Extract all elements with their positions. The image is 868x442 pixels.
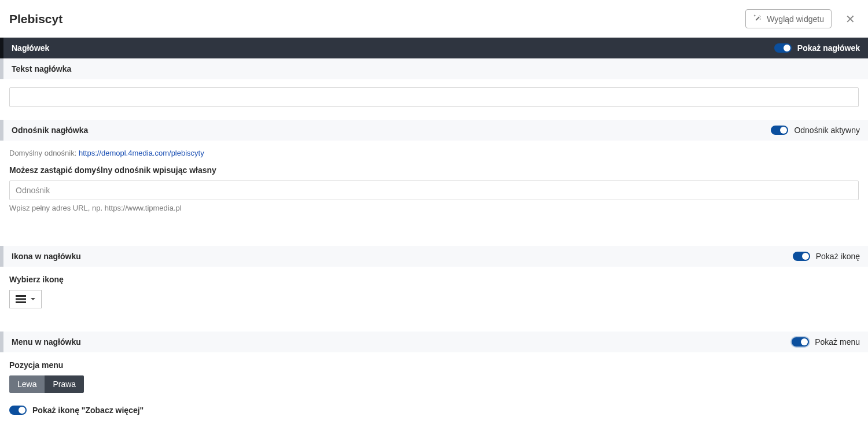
- show-more-icon-label: Pokaż ikonę "Zobacz więcej": [32, 406, 144, 415]
- show-menu-toggle-wrap: Pokaż menu: [792, 337, 860, 347]
- svg-rect-1: [16, 299, 26, 300]
- section-header-text: Tekst nagłówka: [0, 58, 868, 79]
- default-link-label: Domyślny odnośnik:: [9, 149, 76, 157]
- link-active-toggle-wrap: Odnośnik aktywny: [771, 126, 860, 135]
- chevron-down-icon: [31, 298, 35, 300]
- section-header-title: Nagłówek: [12, 43, 49, 53]
- header-text-input[interactable]: [9, 87, 859, 107]
- spacer: [0, 225, 868, 246]
- section-header-main: Nagłówek Pokaż nagłówek: [0, 38, 868, 58]
- header-text-block: [0, 79, 868, 120]
- modal-title: Plebiscyt: [9, 12, 62, 26]
- link-override-input[interactable]: [9, 181, 859, 200]
- list-lines-icon: [16, 295, 26, 303]
- menu-position-right[interactable]: Prawa: [45, 375, 84, 393]
- show-more-icon-toggle[interactable]: [9, 406, 27, 415]
- menu-position-label: Pozycja menu: [9, 360, 859, 370]
- widget-appearance-button[interactable]: Wygląd widgetu: [745, 9, 832, 28]
- icon-choose-label: Wybierz ikonę: [9, 275, 859, 284]
- magic-wand-icon: [753, 13, 762, 24]
- modal-header-actions: Wygląd widgetu ✕: [745, 9, 855, 28]
- link-active-toggle[interactable]: [771, 126, 788, 135]
- svg-rect-0: [16, 295, 26, 297]
- section-header-icon-title: Ikona w nagłówku: [12, 252, 81, 261]
- default-link-url[interactable]: https://demopl.4media.com/plebiscyty: [79, 149, 204, 157]
- show-icon-toggle-label: Pokaż ikonę: [816, 252, 860, 261]
- link-override-label: Możesz zastąpić domyślny odnośnik wpisuj…: [9, 165, 859, 175]
- menu-position-segmented: Lewa Prawa: [9, 375, 84, 393]
- show-header-toggle[interactable]: [774, 43, 792, 53]
- svg-rect-2: [16, 301, 26, 303]
- widget-appearance-label: Wygląd widgetu: [767, 14, 824, 24]
- close-icon[interactable]: ✕: [845, 13, 855, 25]
- show-menu-toggle-label: Pokaż menu: [815, 337, 860, 347]
- menu-position-left[interactable]: Lewa: [9, 375, 45, 393]
- menu-settings-block: Pozycja menu Lewa Prawa Pokaż ikonę "Zob…: [0, 352, 868, 428]
- show-menu-toggle[interactable]: [792, 337, 809, 347]
- link-override-block: Możesz zastąpić domyślny odnośnik wpisuj…: [0, 157, 868, 225]
- section-header-text-title: Tekst nagłówka: [12, 64, 71, 73]
- section-header-link-title: Odnośnik nagłówka: [12, 126, 88, 135]
- link-active-toggle-label: Odnośnik aktywny: [794, 126, 860, 135]
- show-header-toggle-label: Pokaż nagłówek: [797, 43, 860, 53]
- section-header-menu: Menu w nagłówku Pokaż menu: [0, 332, 868, 352]
- modal-header: Plebiscyt Wygląd widgetu ✕: [0, 0, 868, 38]
- show-header-toggle-wrap: Pokaż nagłówek: [774, 43, 860, 53]
- show-more-icon-row: Pokaż ikonę "Zobacz więcej": [9, 406, 859, 415]
- link-override-hint: Wpisz pełny adres URL, np. https://www.t…: [9, 204, 859, 212]
- section-header-icon: Ikona w nagłówku Pokaż ikonę: [0, 246, 868, 267]
- widget-settings-modal: Plebiscyt Wygląd widgetu ✕ Nagłówek Poka…: [0, 0, 868, 442]
- spacer: [0, 321, 868, 332]
- default-link-line: Domyślny odnośnik: https://demopl.4media…: [0, 141, 868, 157]
- show-icon-toggle-wrap: Pokaż ikonę: [793, 252, 860, 261]
- section-header-menu-title: Menu w nagłówku: [12, 337, 81, 347]
- show-icon-toggle[interactable]: [793, 252, 810, 261]
- icon-choose-block: Wybierz ikonę: [0, 267, 868, 321]
- section-header-link: Odnośnik nagłówka Odnośnik aktywny: [0, 120, 868, 141]
- icon-picker-dropdown[interactable]: [9, 290, 42, 308]
